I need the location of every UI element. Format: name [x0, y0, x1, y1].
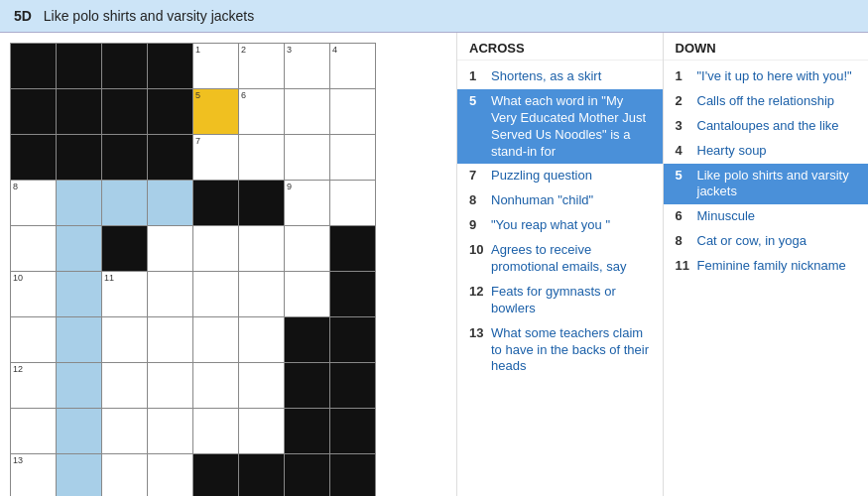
cell-2-0[interactable] — [11, 135, 57, 181]
cell-8-1[interactable] — [57, 409, 102, 454]
cell-2-4[interactable]: 7 — [193, 135, 239, 181]
cell-8-7[interactable] — [330, 409, 376, 454]
cell-6-4[interactable] — [193, 317, 239, 363]
cell-2-3[interactable] — [148, 135, 193, 181]
cell-6-7[interactable] — [330, 317, 376, 363]
clue-item[interactable]: 8Nonhuman "child" — [457, 188, 663, 213]
cell-7-2[interactable] — [102, 363, 148, 409]
clue-item[interactable]: 5Like polo shirts and varsity jackets — [664, 164, 869, 205]
crossword-grid[interactable]: 12345678910111213 — [10, 43, 376, 496]
cell-1-4[interactable]: 5 — [193, 89, 239, 135]
cell-1-7[interactable] — [330, 89, 376, 135]
cell-7-5[interactable] — [239, 363, 285, 409]
clue-item[interactable]: 1Shortens, as a skirt — [457, 64, 663, 89]
clue-item[interactable]: 3Cantaloupes and the like — [664, 114, 869, 139]
cell-7-7[interactable] — [330, 363, 376, 409]
cell-7-6[interactable] — [285, 363, 330, 409]
cell-9-2[interactable] — [102, 454, 148, 497]
cell-0-0[interactable] — [11, 44, 57, 89]
cell-7-4[interactable] — [193, 363, 239, 409]
clue-item[interactable]: 6Minuscule — [664, 204, 869, 229]
cell-1-0[interactable] — [11, 89, 57, 135]
cell-4-4[interactable] — [193, 226, 239, 272]
cell-4-0[interactable] — [11, 226, 57, 272]
cell-9-7[interactable] — [330, 454, 376, 497]
cell-8-6[interactable] — [285, 409, 330, 454]
down-clue-list[interactable]: 1"I've it up to here with you!"2Calls of… — [664, 61, 869, 496]
cell-0-4[interactable]: 1 — [193, 44, 239, 89]
cell-5-6[interactable] — [285, 272, 330, 317]
clue-item[interactable]: 5What each word in "My Very Educated Mot… — [457, 89, 663, 165]
clue-item[interactable]: 10Agrees to receive promotional emails, … — [457, 238, 663, 280]
cell-0-5[interactable]: 2 — [239, 44, 285, 89]
clue-item[interactable]: 13What some teachers claim to have in th… — [457, 321, 663, 380]
cell-5-4[interactable] — [193, 272, 239, 317]
cell-2-2[interactable] — [102, 135, 148, 181]
cell-6-3[interactable] — [148, 317, 193, 363]
cell-8-5[interactable] — [239, 409, 285, 454]
cell-3-2[interactable] — [102, 181, 148, 226]
clue-item[interactable]: 1"I've it up to here with you!" — [664, 64, 869, 89]
cell-4-1[interactable] — [57, 226, 102, 272]
cell-4-5[interactable] — [239, 226, 285, 272]
cell-5-1[interactable] — [57, 272, 102, 317]
clue-item[interactable]: 12Feats for gymnasts or bowlers — [457, 280, 663, 321]
cell-2-1[interactable] — [57, 135, 102, 181]
cell-6-6[interactable] — [285, 317, 330, 363]
across-clue-list[interactable]: 1Shortens, as a skirt5What each word in … — [457, 61, 663, 496]
cell-1-1[interactable] — [57, 89, 102, 135]
cell-0-1[interactable] — [57, 44, 102, 89]
cell-9-5[interactable] — [239, 454, 285, 497]
cell-5-3[interactable] — [148, 272, 193, 317]
cell-8-3[interactable] — [148, 409, 193, 454]
cell-2-6[interactable] — [285, 135, 330, 181]
cell-num-3: 3 — [287, 46, 292, 55]
cell-0-2[interactable] — [102, 44, 148, 89]
cell-3-3[interactable] — [148, 181, 193, 226]
cell-5-5[interactable] — [239, 272, 285, 317]
cell-5-7[interactable] — [330, 272, 376, 317]
cell-3-7[interactable] — [330, 181, 376, 226]
cell-8-4[interactable] — [193, 409, 239, 454]
cell-6-0[interactable] — [11, 317, 57, 363]
cell-9-3[interactable] — [148, 454, 193, 497]
cell-5-2[interactable]: 11 — [102, 272, 148, 317]
cell-0-6[interactable]: 3 — [285, 44, 330, 89]
cell-9-1[interactable] — [57, 454, 102, 497]
cell-1-5[interactable]: 6 — [239, 89, 285, 135]
cell-0-3[interactable] — [148, 44, 193, 89]
cell-3-0[interactable]: 8 — [11, 181, 57, 226]
cell-7-3[interactable] — [148, 363, 193, 409]
cell-4-7[interactable] — [330, 226, 376, 272]
clue-item[interactable]: 8Cat or cow, in yoga — [664, 229, 869, 254]
cell-1-3[interactable] — [148, 89, 193, 135]
cell-1-2[interactable] — [102, 89, 148, 135]
clue-item[interactable]: 7Puzzling question — [457, 164, 663, 188]
clue-item[interactable]: 9"You reap what you " — [457, 213, 663, 238]
cell-2-7[interactable] — [330, 135, 376, 181]
cell-6-5[interactable] — [239, 317, 285, 363]
cell-0-7[interactable]: 4 — [330, 44, 376, 89]
cell-3-1[interactable] — [57, 181, 102, 226]
cell-4-3[interactable] — [148, 226, 193, 272]
cell-6-1[interactable] — [57, 317, 102, 363]
cell-9-6[interactable] — [285, 454, 330, 497]
cell-4-6[interactable] — [285, 226, 330, 272]
cell-9-4[interactable] — [193, 454, 239, 497]
cell-4-2[interactable] — [102, 226, 148, 272]
cell-3-6[interactable]: 9 — [285, 181, 330, 226]
clue-item[interactable]: 4Hearty soup — [664, 139, 869, 164]
cell-3-5[interactable] — [239, 181, 285, 226]
cell-8-2[interactable] — [102, 409, 148, 454]
cell-9-0[interactable]: 13 — [11, 454, 57, 497]
cell-7-1[interactable] — [57, 363, 102, 409]
cell-2-5[interactable] — [239, 135, 285, 181]
cell-3-4[interactable] — [193, 181, 239, 226]
cell-7-0[interactable]: 12 — [11, 363, 57, 409]
clue-item[interactable]: 11Feminine family nickname — [664, 254, 869, 279]
clue-item[interactable]: 2Calls off the relationship — [664, 89, 869, 114]
cell-5-0[interactable]: 10 — [11, 272, 57, 317]
cell-1-6[interactable] — [285, 89, 330, 135]
cell-6-2[interactable] — [102, 317, 148, 363]
cell-8-0[interactable] — [11, 409, 57, 454]
